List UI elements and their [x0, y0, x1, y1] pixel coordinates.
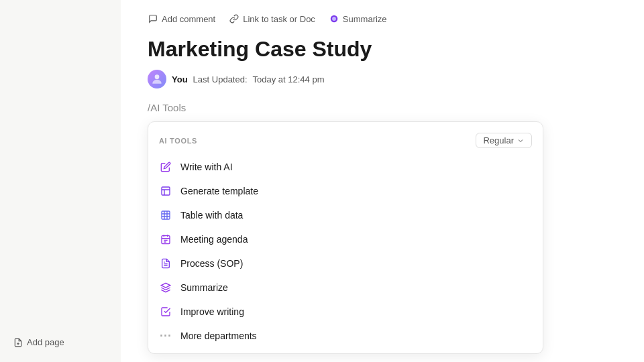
menu-item-improve-writing[interactable]: Improve writing	[148, 300, 543, 324]
summarize-button[interactable]: Summarize	[329, 13, 387, 24]
meeting-agenda-icon	[159, 233, 172, 246]
author-name: You	[172, 74, 188, 84]
write-ai-label: Write with AI	[180, 162, 233, 172]
toolbar: Add comment Link to task or Doc Summariz…	[148, 13, 617, 24]
more-departments-icon: ···	[159, 329, 172, 343]
author-row: You Last Updated: Today at 12:44 pm	[148, 70, 617, 88]
add-page-icon	[13, 338, 23, 347]
process-sop-label: Process (SOP)	[180, 258, 243, 269]
more-departments-label: More departments	[180, 330, 257, 341]
timestamp: Today at 12:44 pm	[253, 74, 325, 84]
main-content: Add comment Link to task or Doc Summariz…	[121, 0, 644, 362]
regular-label: Regular	[483, 135, 514, 145]
link-task-label: Link to task or Doc	[243, 14, 315, 24]
summarize-menu-icon	[159, 281, 172, 294]
add-page-label: Add page	[27, 337, 64, 347]
svg-rect-7	[162, 236, 170, 244]
summarize-menu-label: Summarize	[180, 282, 228, 293]
link-task-button[interactable]: Link to task or Doc	[229, 13, 315, 24]
summarize-icon	[329, 13, 339, 24]
menu-items-list: Write with AI Generate template	[148, 155, 543, 348]
card-header-label: AI TOOLS	[159, 137, 197, 145]
table-data-label: Table with data	[180, 210, 243, 221]
menu-item-process-sop[interactable]: Process (SOP)	[148, 251, 543, 276]
menu-item-meeting-agenda[interactable]: Meeting agenda	[148, 227, 543, 251]
menu-item-write-with-ai[interactable]: Write with AI	[148, 155, 543, 179]
regular-button[interactable]: Regular	[476, 133, 532, 148]
last-updated-label: Last Updated:	[193, 74, 248, 84]
menu-item-generate-template[interactable]: Generate template	[148, 179, 543, 203]
meeting-agenda-label: Meeting agenda	[180, 234, 248, 245]
svg-point-3	[332, 17, 336, 21]
card-header: AI TOOLS Regular	[148, 127, 543, 155]
add-comment-button[interactable]: Add comment	[148, 13, 215, 24]
summarize-label: Summarize	[343, 14, 387, 24]
svg-rect-5	[162, 187, 170, 195]
link-icon	[229, 13, 239, 24]
process-sop-icon	[159, 257, 172, 270]
svg-rect-6	[162, 211, 170, 219]
ai-tools-card: AI TOOLS Regular Write with AI	[148, 121, 543, 354]
menu-item-summarize[interactable]: Summarize	[148, 276, 543, 300]
menu-item-more-departments[interactable]: ··· More departments	[148, 324, 543, 348]
improve-writing-icon	[159, 305, 172, 318]
table-data-icon	[159, 208, 172, 222]
generate-template-icon	[159, 184, 172, 198]
add-page-button[interactable]: Add page	[8, 333, 113, 351]
menu-item-table-with-data[interactable]: Table with data	[148, 203, 543, 227]
sidebar: Add page	[0, 0, 121, 362]
avatar	[148, 70, 166, 88]
comment-icon	[148, 13, 158, 24]
add-comment-label: Add comment	[162, 14, 215, 24]
improve-writing-label: Improve writing	[180, 306, 244, 317]
page-title: Marketing Case Study	[148, 36, 617, 62]
svg-point-4	[155, 75, 160, 80]
chevron-down-icon	[517, 137, 525, 145]
write-ai-icon	[159, 160, 172, 174]
generate-template-label: Generate template	[180, 186, 258, 196]
ai-tools-trigger: /AI Tools	[148, 102, 617, 113]
